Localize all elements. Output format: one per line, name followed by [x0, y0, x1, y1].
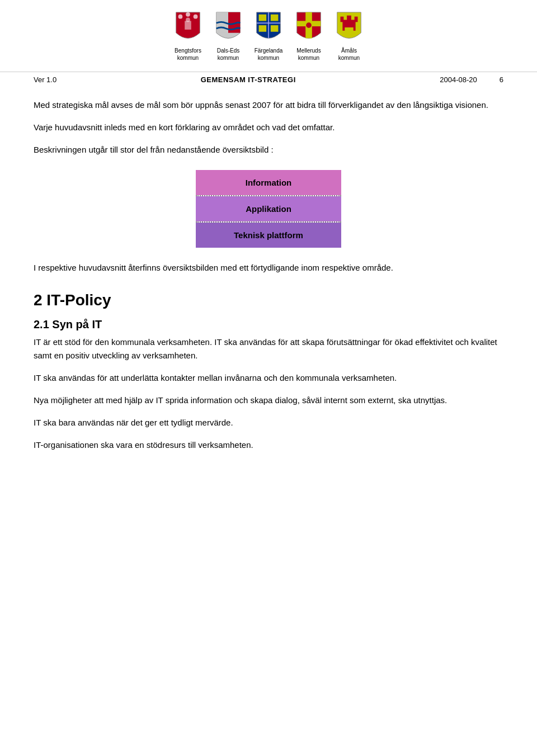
section-2-1-para4: IT ska bara användas när det ger ett tyd… [34, 416, 503, 429]
section-2-1-para3: Nya möjligheter att med hjälp av IT spri… [34, 394, 503, 407]
fargelanda-coat [254, 11, 283, 45]
diagram-box-teknisk: Teknisk plattform [196, 223, 341, 248]
meta-title: GEMENSAM IT-STRATEGI [201, 75, 296, 84]
section-2-1-para5: IT-organisationen ska vara en stödresurs… [34, 438, 503, 452]
paragraph-3: Beskrivningen utgår till stor del från n… [34, 143, 503, 157]
logo-dalsed: Dals-Edskommun [214, 11, 243, 62]
svg-point-15 [306, 22, 312, 28]
meta-row: Ver 1.0 GEMENSAM IT-STRATEGI 2004-08-20 … [0, 72, 537, 87]
section-2-heading: 2 IT-Policy [34, 291, 503, 309]
mellerud-label: Mellerudskommun [296, 47, 321, 62]
bengtsfors-coat [173, 11, 202, 45]
mellerud-coat [294, 11, 323, 45]
meta-date-page: 2004-08-20 6 [440, 75, 503, 84]
meta-date: 2004-08-20 [440, 75, 477, 84]
bengtsfors-label: Bengtsforskommun [175, 47, 201, 62]
header: Bengtsforskommun Dals-Edskommun [0, 0, 537, 72]
svg-rect-19 [355, 17, 358, 22]
logo-mellerud: Mellerudskommun [294, 11, 323, 62]
section-2-1-para1: IT är ett stöd för den kommunala verksam… [34, 336, 503, 362]
logo-fargelanda: Färgelandakommun [254, 11, 283, 62]
paragraph-1: Med strategiska mål avses de mål som bör… [34, 98, 503, 112]
main-content: Med strategiska mål avses de mål som bör… [0, 87, 537, 478]
svg-rect-10 [271, 15, 279, 21]
logo-amal: Åmålskommun [335, 11, 364, 62]
svg-rect-9 [259, 15, 267, 21]
paragraph-4: I respektive huvudavsnitt återfinns över… [34, 261, 503, 275]
diagram-container: Information Applikation Teknisk plattfor… [34, 170, 503, 248]
section-2-1-para2: IT ska användas för att underlätta konta… [34, 371, 503, 385]
meta-version: Ver 1.0 [34, 75, 56, 84]
svg-point-2 [194, 15, 198, 19]
svg-rect-17 [341, 17, 344, 22]
svg-rect-18 [347, 16, 351, 22]
svg-point-0 [178, 15, 183, 19]
svg-point-1 [186, 12, 190, 17]
svg-point-4 [186, 18, 190, 22]
diagram-box-teknisk-label: Teknisk plattform [234, 230, 303, 240]
fargelanda-label: Färgelandakommun [255, 47, 283, 62]
meta-page: 6 [500, 75, 503, 84]
logos-row: Bengtsforskommun Dals-Edskommun [173, 11, 364, 62]
amal-coat [335, 11, 364, 45]
section-2-1-heading: 2.1 Syn på IT [34, 318, 503, 331]
page: Bengtsforskommun Dals-Edskommun [0, 0, 537, 756]
diagram-box-applikation-label: Applikation [246, 204, 291, 214]
diagram-box-information-label: Information [246, 178, 292, 187]
svg-rect-20 [345, 27, 353, 35]
diagram-box-information: Information [196, 170, 341, 195]
diagram-box-applikation: Applikation [196, 196, 341, 221]
dalsed-coat [214, 11, 243, 45]
svg-rect-11 [259, 25, 267, 32]
svg-rect-3 [185, 21, 191, 29]
amal-label: Åmålskommun [338, 47, 360, 62]
dalsed-label: Dals-Edskommun [217, 47, 240, 62]
paragraph-2: Varje huvudavsnitt inleds med en kort fö… [34, 121, 503, 134]
logo-bengtsfors: Bengtsforskommun [173, 11, 202, 62]
svg-rect-12 [271, 25, 279, 32]
